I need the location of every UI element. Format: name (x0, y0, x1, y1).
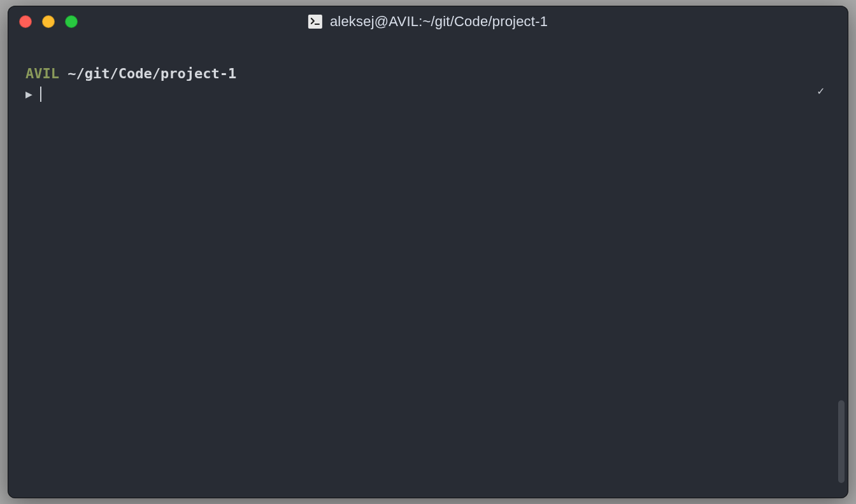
prompt-arrow-icon: ▶ (25, 88, 32, 100)
window-title-text: aleksej@AVIL:~/git/Code/project-1 (330, 13, 548, 30)
command-input[interactable] (48, 85, 831, 104)
scrollbar[interactable] (838, 400, 845, 483)
maximize-button[interactable] (65, 15, 78, 28)
minimize-button[interactable] (42, 15, 55, 28)
traffic-lights (19, 15, 78, 28)
terminal-icon (308, 15, 322, 29)
terminal-window: aleksej@AVIL:~/git/Code/project-1 AVIL ~… (8, 6, 848, 498)
status-check-icon: ✓ (817, 83, 824, 99)
command-input-line[interactable]: ▶ (25, 85, 831, 104)
titlebar[interactable]: aleksej@AVIL:~/git/Code/project-1 (8, 6, 848, 38)
prompt-separator (59, 64, 68, 83)
prompt-host: AVIL (25, 64, 59, 83)
prompt-cwd: ~/git/Code/project-1 (68, 64, 236, 83)
terminal-body[interactable]: AVIL ~/git/Code/project-1 ▶ ✓ (8, 38, 848, 498)
text-cursor (40, 87, 41, 102)
window-title: aleksej@AVIL:~/git/Code/project-1 (308, 13, 548, 30)
prompt-line: AVIL ~/git/Code/project-1 (25, 64, 831, 83)
close-button[interactable] (19, 15, 32, 28)
